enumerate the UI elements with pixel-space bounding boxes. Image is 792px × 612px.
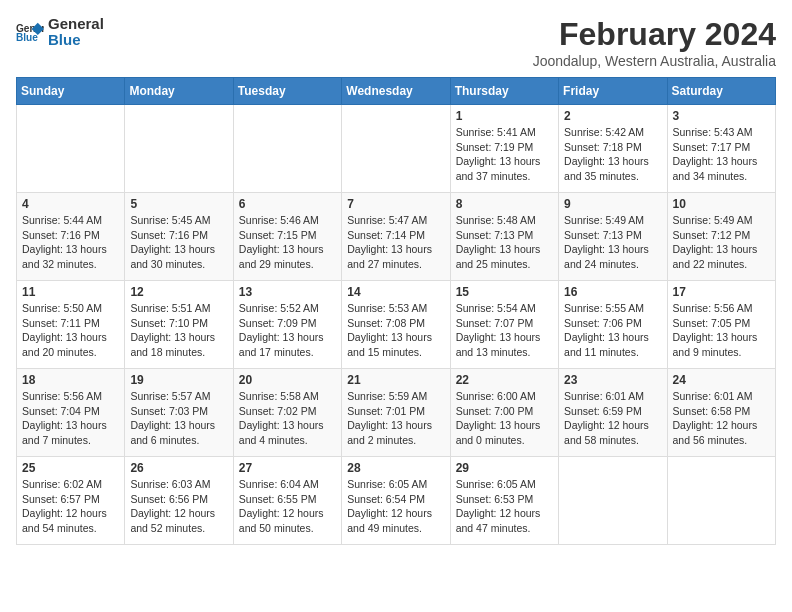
calendar-cell: 14Sunrise: 5:53 AM Sunset: 7:08 PM Dayli…	[342, 281, 450, 369]
calendar-week-row: 4Sunrise: 5:44 AM Sunset: 7:16 PM Daylig…	[17, 193, 776, 281]
day-number: 8	[456, 197, 553, 211]
day-number: 12	[130, 285, 227, 299]
calendar-cell: 5Sunrise: 5:45 AM Sunset: 7:16 PM Daylig…	[125, 193, 233, 281]
calendar-cell: 12Sunrise: 5:51 AM Sunset: 7:10 PM Dayli…	[125, 281, 233, 369]
calendar-cell: 21Sunrise: 5:59 AM Sunset: 7:01 PM Dayli…	[342, 369, 450, 457]
day-info: Sunrise: 5:55 AM Sunset: 7:06 PM Dayligh…	[564, 301, 661, 360]
day-number: 20	[239, 373, 336, 387]
calendar-cell	[17, 105, 125, 193]
calendar-cell: 10Sunrise: 5:49 AM Sunset: 7:12 PM Dayli…	[667, 193, 775, 281]
day-info: Sunrise: 5:41 AM Sunset: 7:19 PM Dayligh…	[456, 125, 553, 184]
day-number: 25	[22, 461, 119, 475]
logo-blue: Blue	[48, 31, 81, 48]
day-number: 7	[347, 197, 444, 211]
day-info: Sunrise: 5:59 AM Sunset: 7:01 PM Dayligh…	[347, 389, 444, 448]
calendar-cell: 17Sunrise: 5:56 AM Sunset: 7:05 PM Dayli…	[667, 281, 775, 369]
day-number: 18	[22, 373, 119, 387]
calendar-cell: 16Sunrise: 5:55 AM Sunset: 7:06 PM Dayli…	[559, 281, 667, 369]
calendar-table: SundayMondayTuesdayWednesdayThursdayFrid…	[16, 77, 776, 545]
day-info: Sunrise: 5:42 AM Sunset: 7:18 PM Dayligh…	[564, 125, 661, 184]
calendar-cell: 13Sunrise: 5:52 AM Sunset: 7:09 PM Dayli…	[233, 281, 341, 369]
main-title: February 2024	[533, 16, 776, 53]
calendar-cell: 2Sunrise: 5:42 AM Sunset: 7:18 PM Daylig…	[559, 105, 667, 193]
day-info: Sunrise: 5:45 AM Sunset: 7:16 PM Dayligh…	[130, 213, 227, 272]
subtitle: Joondalup, Western Australia, Australia	[533, 53, 776, 69]
calendar-cell: 9Sunrise: 5:49 AM Sunset: 7:13 PM Daylig…	[559, 193, 667, 281]
day-info: Sunrise: 5:53 AM Sunset: 7:08 PM Dayligh…	[347, 301, 444, 360]
logo-general: General	[48, 15, 104, 32]
calendar-cell: 19Sunrise: 5:57 AM Sunset: 7:03 PM Dayli…	[125, 369, 233, 457]
calendar-cell: 18Sunrise: 5:56 AM Sunset: 7:04 PM Dayli…	[17, 369, 125, 457]
calendar-cell	[667, 457, 775, 545]
day-number: 29	[456, 461, 553, 475]
calendar-week-row: 11Sunrise: 5:50 AM Sunset: 7:11 PM Dayli…	[17, 281, 776, 369]
calendar-cell: 22Sunrise: 6:00 AM Sunset: 7:00 PM Dayli…	[450, 369, 558, 457]
calendar-cell: 25Sunrise: 6:02 AM Sunset: 6:57 PM Dayli…	[17, 457, 125, 545]
day-info: Sunrise: 5:48 AM Sunset: 7:13 PM Dayligh…	[456, 213, 553, 272]
day-info: Sunrise: 5:58 AM Sunset: 7:02 PM Dayligh…	[239, 389, 336, 448]
day-number: 22	[456, 373, 553, 387]
calendar-header-wednesday: Wednesday	[342, 78, 450, 105]
day-info: Sunrise: 5:52 AM Sunset: 7:09 PM Dayligh…	[239, 301, 336, 360]
calendar-cell: 20Sunrise: 5:58 AM Sunset: 7:02 PM Dayli…	[233, 369, 341, 457]
calendar-cell: 15Sunrise: 5:54 AM Sunset: 7:07 PM Dayli…	[450, 281, 558, 369]
day-info: Sunrise: 6:00 AM Sunset: 7:00 PM Dayligh…	[456, 389, 553, 448]
day-info: Sunrise: 5:54 AM Sunset: 7:07 PM Dayligh…	[456, 301, 553, 360]
calendar-cell: 3Sunrise: 5:43 AM Sunset: 7:17 PM Daylig…	[667, 105, 775, 193]
logo: General Blue General Blue	[16, 16, 104, 48]
calendar-week-row: 1Sunrise: 5:41 AM Sunset: 7:19 PM Daylig…	[17, 105, 776, 193]
day-number: 17	[673, 285, 770, 299]
calendar-cell: 1Sunrise: 5:41 AM Sunset: 7:19 PM Daylig…	[450, 105, 558, 193]
day-number: 6	[239, 197, 336, 211]
day-info: Sunrise: 5:57 AM Sunset: 7:03 PM Dayligh…	[130, 389, 227, 448]
calendar-header-friday: Friday	[559, 78, 667, 105]
calendar-cell: 6Sunrise: 5:46 AM Sunset: 7:15 PM Daylig…	[233, 193, 341, 281]
calendar-cell: 23Sunrise: 6:01 AM Sunset: 6:59 PM Dayli…	[559, 369, 667, 457]
day-info: Sunrise: 6:01 AM Sunset: 6:59 PM Dayligh…	[564, 389, 661, 448]
day-info: Sunrise: 6:01 AM Sunset: 6:58 PM Dayligh…	[673, 389, 770, 448]
calendar-cell: 24Sunrise: 6:01 AM Sunset: 6:58 PM Dayli…	[667, 369, 775, 457]
calendar-cell: 4Sunrise: 5:44 AM Sunset: 7:16 PM Daylig…	[17, 193, 125, 281]
calendar-cell: 28Sunrise: 6:05 AM Sunset: 6:54 PM Dayli…	[342, 457, 450, 545]
day-number: 13	[239, 285, 336, 299]
day-info: Sunrise: 5:51 AM Sunset: 7:10 PM Dayligh…	[130, 301, 227, 360]
calendar-cell	[342, 105, 450, 193]
calendar-header-saturday: Saturday	[667, 78, 775, 105]
calendar-cell: 27Sunrise: 6:04 AM Sunset: 6:55 PM Dayli…	[233, 457, 341, 545]
day-number: 10	[673, 197, 770, 211]
calendar-cell	[125, 105, 233, 193]
title-area: February 2024 Joondalup, Western Austral…	[533, 16, 776, 69]
day-number: 19	[130, 373, 227, 387]
day-number: 28	[347, 461, 444, 475]
calendar-week-row: 25Sunrise: 6:02 AM Sunset: 6:57 PM Dayli…	[17, 457, 776, 545]
day-info: Sunrise: 6:02 AM Sunset: 6:57 PM Dayligh…	[22, 477, 119, 536]
day-number: 3	[673, 109, 770, 123]
calendar-cell	[233, 105, 341, 193]
calendar-header-row: SundayMondayTuesdayWednesdayThursdayFrid…	[17, 78, 776, 105]
calendar-header-monday: Monday	[125, 78, 233, 105]
day-number: 15	[456, 285, 553, 299]
calendar-cell	[559, 457, 667, 545]
day-number: 27	[239, 461, 336, 475]
calendar-header-thursday: Thursday	[450, 78, 558, 105]
day-number: 21	[347, 373, 444, 387]
calendar-cell: 26Sunrise: 6:03 AM Sunset: 6:56 PM Dayli…	[125, 457, 233, 545]
day-info: Sunrise: 6:03 AM Sunset: 6:56 PM Dayligh…	[130, 477, 227, 536]
day-info: Sunrise: 5:49 AM Sunset: 7:12 PM Dayligh…	[673, 213, 770, 272]
day-number: 1	[456, 109, 553, 123]
day-number: 14	[347, 285, 444, 299]
day-info: Sunrise: 5:47 AM Sunset: 7:14 PM Dayligh…	[347, 213, 444, 272]
calendar-week-row: 18Sunrise: 5:56 AM Sunset: 7:04 PM Dayli…	[17, 369, 776, 457]
day-info: Sunrise: 5:44 AM Sunset: 7:16 PM Dayligh…	[22, 213, 119, 272]
day-number: 9	[564, 197, 661, 211]
day-info: Sunrise: 5:56 AM Sunset: 7:05 PM Dayligh…	[673, 301, 770, 360]
day-info: Sunrise: 6:05 AM Sunset: 6:54 PM Dayligh…	[347, 477, 444, 536]
calendar-header-sunday: Sunday	[17, 78, 125, 105]
svg-text:Blue: Blue	[16, 32, 38, 43]
header: General Blue General Blue February 2024 …	[16, 16, 776, 69]
calendar-cell: 7Sunrise: 5:47 AM Sunset: 7:14 PM Daylig…	[342, 193, 450, 281]
day-number: 24	[673, 373, 770, 387]
day-info: Sunrise: 5:49 AM Sunset: 7:13 PM Dayligh…	[564, 213, 661, 272]
day-info: Sunrise: 5:50 AM Sunset: 7:11 PM Dayligh…	[22, 301, 119, 360]
day-info: Sunrise: 5:46 AM Sunset: 7:15 PM Dayligh…	[239, 213, 336, 272]
